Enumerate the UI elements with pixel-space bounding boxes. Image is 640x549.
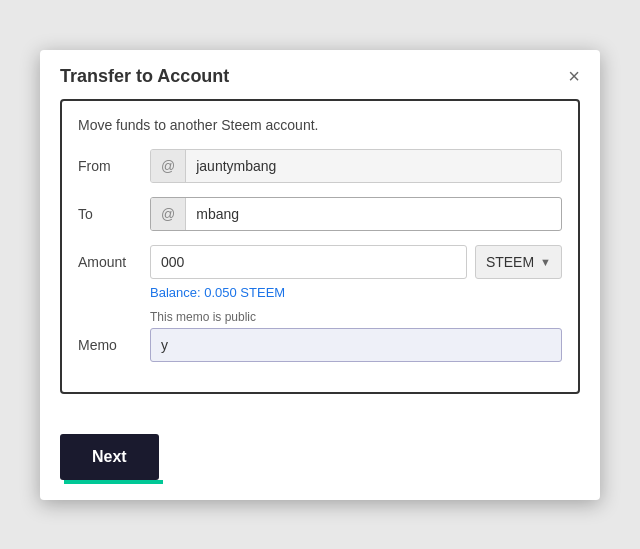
memo-input[interactable]	[151, 329, 561, 361]
from-label: From	[78, 158, 150, 174]
amount-input-wrapper	[150, 245, 467, 279]
next-btn-container: Next	[40, 434, 600, 500]
from-input-wrapper: @	[150, 149, 562, 183]
memo-input-wrapper	[150, 328, 562, 362]
next-button[interactable]: Next	[60, 434, 159, 480]
description: Move funds to another Steem account.	[78, 117, 562, 133]
to-label: To	[78, 206, 150, 222]
modal: Transfer to Account × Move funds to anot…	[40, 50, 600, 500]
from-at-symbol: @	[151, 150, 186, 182]
modal-body: Move funds to another Steem account. Fro…	[40, 99, 600, 434]
to-row: To @	[78, 197, 562, 231]
to-input-wrapper: @	[150, 197, 562, 231]
modal-header: Transfer to Account ×	[40, 50, 600, 99]
currency-dropdown[interactable]: STEEM ▼	[475, 245, 562, 279]
memo-label: Memo	[78, 337, 150, 353]
amount-row: Amount STEEM ▼	[78, 245, 562, 279]
from-row: From @	[78, 149, 562, 183]
balance-text: Balance: 0.050 STEEM	[150, 285, 562, 300]
amount-label: Amount	[78, 254, 150, 270]
memo-row: Memo	[78, 328, 562, 362]
modal-title: Transfer to Account	[60, 66, 229, 87]
currency-label: STEEM	[486, 254, 534, 270]
from-input[interactable]	[186, 150, 561, 182]
to-input[interactable]	[186, 198, 561, 230]
to-at-symbol: @	[151, 198, 186, 230]
memo-public-label: This memo is public	[150, 310, 562, 324]
amount-input[interactable]	[151, 246, 466, 278]
close-button[interactable]: ×	[568, 66, 580, 86]
inner-box: Move funds to another Steem account. Fro…	[60, 99, 580, 394]
chevron-down-icon: ▼	[540, 256, 551, 268]
